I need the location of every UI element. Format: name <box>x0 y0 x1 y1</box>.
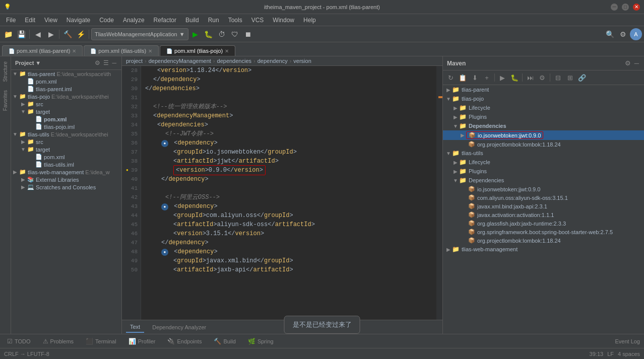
maven-btn-refresh[interactable]: ↻ <box>445 72 456 83</box>
tab-tlias-utils-pom[interactable]: 📄 pom.xml (tlias-utils) ✕ <box>84 45 159 56</box>
breadcrumb-depman[interactable]: dependencyManagement <box>149 58 211 64</box>
search-everywhere[interactable]: 🔍 <box>604 28 616 40</box>
breadcrumb-project[interactable]: project <box>126 58 143 64</box>
tab-dependency-analyzer[interactable]: Dependency Analyzer <box>148 322 210 332</box>
bottom-tab-build[interactable]: 🔨 Build <box>211 337 238 346</box>
menu-refactor[interactable]: Refactor <box>150 16 180 25</box>
maven-pojo-lifecycle[interactable]: ▶ 📁 Lifecycle <box>443 103 644 112</box>
bottom-tab-profiler[interactable]: 📊 Profiler <box>125 337 159 346</box>
maven-btn-skip[interactable]: ⏭ <box>525 72 536 83</box>
tab-text[interactable]: Text <box>126 322 144 333</box>
menu-tools[interactable]: Tools <box>224 16 246 25</box>
tree-parent-iml[interactable]: 📄 tlias-parent.iml <box>11 85 121 93</box>
menu-file[interactable]: File <box>2 16 20 25</box>
tab-close-2[interactable]: ✕ <box>148 48 152 54</box>
bottom-tab-terminal[interactable]: ⬛ Terminal <box>83 337 119 346</box>
tree-pojo-iml[interactable]: 📄 tlias-pojo.iml <box>11 123 121 130</box>
event-log[interactable]: Event Log <box>615 338 640 344</box>
tree-external-libs[interactable]: ▶ 📚 External Libraries <box>11 176 121 183</box>
tree-tlias-parent[interactable]: ▼ 📁 tlias-parent E:\idea_workspace\ith <box>11 70 121 78</box>
maven-utils-dep-lombok[interactable]: 📦 org.projectlombok:lombok:1.18.24 <box>443 236 644 245</box>
tree-scratches[interactable]: ▶ 💻 Scratches and Consoles <box>11 183 121 191</box>
maven-tlias-parent[interactable]: ▶ 📁 tlias-parent <box>443 85 644 94</box>
menu-build[interactable]: Build <box>181 16 203 25</box>
maven-btn-run[interactable]: ▶ <box>497 72 508 83</box>
maven-icon-settings[interactable]: ⚙ <box>624 58 632 68</box>
maven-btn-add[interactable]: + <box>481 72 492 83</box>
maven-pojo-plugins[interactable]: ▶ 📁 Plugins <box>443 112 644 121</box>
maven-utils-dep-jjwt[interactable]: 📦 io.jsonwebtoken:jjwt:0.9.0 <box>443 185 644 193</box>
tree-pom-parent[interactable]: 📄 pom.xml <box>11 78 121 85</box>
maven-utils-dep-activation[interactable]: 📦 javax.activation:activation:1.1.1 <box>443 210 644 219</box>
tree-tlias-web[interactable]: ▶ 📁 tlias-web-management E:\idea_w <box>11 168 121 176</box>
toolbar-action1[interactable]: 🔨 <box>61 28 74 40</box>
tab-tlias-parent-pom[interactable]: 📄 pom.xml (tlias-parent) ✕ <box>2 45 83 56</box>
menu-vcs[interactable]: VCS <box>247 16 268 25</box>
code-editor[interactable]: 28 29 30 31 32 33 34 35 36 37 38 39 40 4… <box>122 66 442 320</box>
maven-utils-lifecycle[interactable]: ▶ 📁 Lifecycle <box>443 158 644 167</box>
maven-tlias-pojo[interactable]: ▼ 📁 tlias-pojo <box>443 94 644 103</box>
tree-pojo-src[interactable]: ▶ 📁 src <box>11 100 121 108</box>
maven-utils-dep-jaxb-runtime[interactable]: 📦 org.glassfish.jaxb:jaxb-runtime:2.3.3 <box>443 219 644 228</box>
sidebar-icon-2[interactable]: ☰ <box>102 58 110 67</box>
menu-help[interactable]: Help <box>299 16 320 25</box>
scroll-gutter[interactable] <box>436 66 442 320</box>
tab-close-1[interactable]: ✕ <box>72 48 76 54</box>
maven-tlias-utils[interactable]: ▼ 📁 tlias-utils <box>443 149 644 158</box>
maven-utils-dep-jaxb[interactable]: 📦 javax.xml.bind:jaxb-api:2.3.1 <box>443 202 644 210</box>
stop-button[interactable]: ⏹ <box>242 28 254 40</box>
breadcrumb-version[interactable]: version <box>293 58 311 64</box>
minimize-button[interactable]: ─ <box>611 4 618 11</box>
tree-utils-iml[interactable]: 📄 tlias-utils.iml <box>11 161 121 168</box>
run-config-dropdown[interactable]: TliasWebManagementApplication ▼ <box>91 28 188 40</box>
toolbar-forward[interactable]: ▶ <box>45 28 57 40</box>
tree-pojo-target[interactable]: ▼ 📁 target <box>11 108 121 115</box>
bottom-tab-endpoints[interactable]: 🔌 Endpoints <box>164 337 205 346</box>
favorites-tab[interactable]: Favorites <box>2 87 9 114</box>
menu-view[interactable]: View <box>40 16 61 25</box>
menu-analyze[interactable]: Analyze <box>119 16 149 25</box>
maven-dep-jjwt[interactable]: ▶ 📦 io.jsonwebtoken:jjwt:0.9.0 <box>443 130 644 140</box>
run-button[interactable]: ▶ <box>189 28 202 40</box>
avatar[interactable]: A <box>630 28 642 40</box>
bottom-tab-todo[interactable]: ☑ TODO <box>4 337 34 346</box>
maven-utils-dep-aliyun[interactable]: 📦 com.aliyun.oss:aliyun-sdk-oss:3.15.1 <box>443 193 644 202</box>
tree-pojo-pom[interactable]: 📄 pom.xml <box>11 115 121 123</box>
tab-close-3[interactable]: ✕ <box>225 48 229 54</box>
breadcrumb-dep[interactable]: dependency <box>257 58 288 64</box>
maximize-button[interactable]: □ <box>622 4 629 11</box>
toolbar-back[interactable]: ◀ <box>32 28 44 40</box>
maven-btn-download[interactable]: ⬇ <box>469 72 480 83</box>
tree-utils-pom[interactable]: 📄 pom.xml <box>11 153 121 161</box>
maven-icon-minus[interactable]: ─ <box>633 58 640 68</box>
maven-btn-settings2[interactable]: ⚙ <box>537 72 548 83</box>
debug-button[interactable]: 🐛 <box>203 28 215 40</box>
menu-code[interactable]: Code <box>95 16 118 25</box>
maven-tlias-web[interactable]: ▶ 📁 tlias-web-management <box>443 245 644 254</box>
menu-run[interactable]: Run <box>204 16 223 25</box>
maven-btn-link[interactable]: 🔗 <box>576 72 588 83</box>
structure-tab[interactable]: Structure <box>2 58 9 85</box>
tab-tlias-pojo-pom[interactable]: 📄 pom.xml (tlias-pojo) ✕ <box>160 45 235 56</box>
maven-dep-lombok-pojo[interactable]: 📦 org.projectlombok:lombok:1.18.24 <box>443 140 644 149</box>
sidebar-collapse[interactable]: ─ <box>111 58 117 67</box>
close-button[interactable]: ✕ <box>633 4 640 11</box>
tree-tlias-utils[interactable]: ▼ 📁 tlias-utils E:\idea_workspace\thei <box>11 130 121 138</box>
maven-btn-debug[interactable]: 🐛 <box>509 72 520 83</box>
profile-button[interactable]: ⏱ <box>216 28 228 40</box>
maven-utils-dependencies[interactable]: ▼ 📁 Dependencies <box>443 176 644 185</box>
sidebar-icon-1[interactable]: ⚙ <box>94 58 101 67</box>
toolbar-action2[interactable]: ⚡ <box>75 28 87 40</box>
toolbar-save[interactable]: 💾 <box>15 28 27 40</box>
maven-utils-dep-spring[interactable]: 📦 org.springframework.boot:spring-boot-s… <box>443 228 644 236</box>
bottom-tab-problems[interactable]: ⚠ Problems <box>40 337 77 346</box>
bottom-tab-spring[interactable]: 🌿 Spring <box>245 337 277 346</box>
maven-pojo-dependencies[interactable]: ▼ 📁 Dependencies <box>443 121 644 130</box>
menu-navigate[interactable]: Navigate <box>62 16 94 25</box>
breadcrumb-deps[interactable]: dependencies <box>217 58 252 64</box>
maven-btn-collapse[interactable]: ⊟ <box>552 72 563 83</box>
tree-utils-src[interactable]: ▶ 📁 src <box>11 138 121 146</box>
tree-utils-target[interactable]: ▼ 📁 target <box>11 146 121 153</box>
maven-btn-expand[interactable]: ⊞ <box>564 72 575 83</box>
menu-window[interactable]: Window <box>269 16 298 25</box>
